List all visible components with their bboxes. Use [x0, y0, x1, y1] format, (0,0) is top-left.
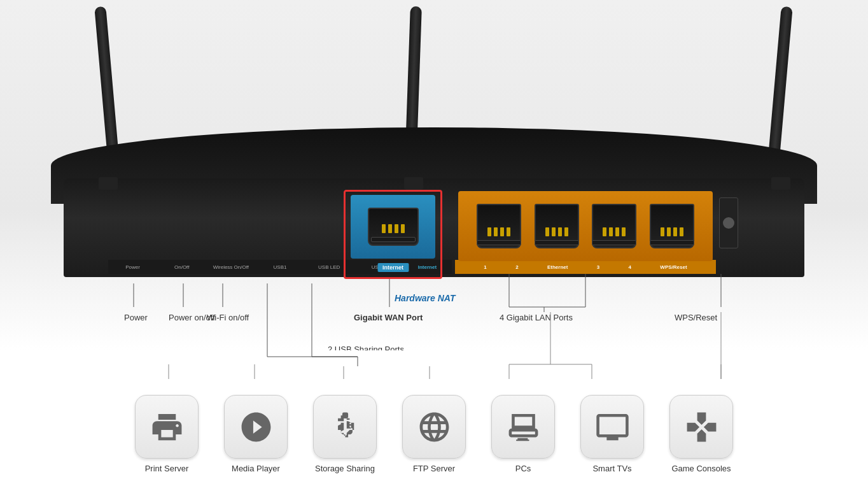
feature-game-consoles: Game Consoles [669, 395, 733, 473]
gamepad-icon [684, 410, 719, 445]
wps-btn-inner[interactable] [723, 217, 734, 229]
power-port-label: Power [108, 264, 157, 270]
callout-wan-port: Gigabit WAN Port [354, 312, 423, 324]
feature-media-player: Media Player [224, 395, 288, 473]
ftp-server-icon-box [402, 395, 466, 459]
usb1-port-label: USB1 [255, 264, 304, 270]
media-player-icon-box [224, 395, 288, 459]
lan-port-4 [650, 204, 694, 248]
tv-icon [595, 410, 630, 445]
smart-tvs-label: Smart TVs [592, 464, 631, 473]
svg-rect-24 [342, 412, 347, 418]
wifi-port-label: Wireless On/Off [206, 264, 255, 270]
internet-label: Internet [377, 263, 409, 272]
lan-port-2 [535, 204, 579, 248]
print-server-icon-box [135, 395, 199, 459]
ethernet-label: Ethernet [547, 264, 568, 270]
callout-wifi-onoff: Wi-Fi on/off [207, 312, 249, 324]
wan-rj45 [368, 208, 419, 246]
antenna-base-center [404, 177, 423, 190]
wan-port-highlight: Internet [344, 190, 442, 279]
usb-icon [328, 410, 363, 445]
callout-lan-ports: 4 Gigabit LAN Ports [500, 312, 573, 324]
features-row: Print Server Media Player Storage Sharin… [0, 395, 868, 473]
feature-smart-tvs: Smart TVs [580, 395, 644, 473]
print-server-label: Print Server [145, 464, 189, 473]
lan-port-3 [592, 204, 636, 248]
smart-tvs-icon-box [580, 395, 644, 459]
antenna-base-right [771, 177, 790, 190]
wps-label: WPS/Reset [660, 264, 687, 270]
media-player-label: Media Player [232, 464, 280, 473]
wan-port [351, 195, 435, 259]
lan1-label: 1 [484, 264, 486, 270]
lan3-label: 3 [597, 264, 599, 270]
lan-port-1 [477, 204, 521, 248]
globe-icon [417, 410, 452, 445]
game-consoles-label: Game Consoles [671, 464, 731, 473]
ftp-server-label: FTP Server [413, 464, 455, 473]
lan-label-strip: 1 2 Ethernet 3 4 WPS/Reset [455, 260, 716, 274]
game-consoles-icon-box [669, 395, 733, 459]
feature-ftp-server: FTP Server [402, 395, 466, 473]
callout-wps-reset: WPS/Reset [675, 312, 717, 324]
antenna-base-left [99, 177, 118, 190]
lan-ports [458, 191, 713, 261]
hardware-nat-label: Hardware NAT [395, 293, 455, 303]
play-icon [239, 410, 274, 445]
feature-storage-sharing: Storage Sharing [313, 395, 377, 473]
callout-power: Power [124, 312, 148, 324]
pcs-label: PCs [515, 464, 531, 473]
printer-icon [150, 410, 185, 445]
onoff-port-label: On/Off [157, 264, 206, 270]
callout-usb-ports: 2 USB Sharing Ports [328, 344, 404, 350]
storage-sharing-icon-box [313, 395, 377, 459]
feature-pcs: PCs [491, 395, 555, 473]
lan2-label: 2 [515, 264, 518, 270]
lan4-label: 4 [629, 264, 631, 270]
feature-print-server: Print Server [135, 395, 199, 473]
monitor-icon [506, 410, 541, 445]
router-image: Power On/Off Wireless On/Off USB1 USB LE… [0, 0, 868, 350]
storage-sharing-label: Storage Sharing [315, 464, 375, 473]
wps-reset-button[interactable] [719, 197, 738, 248]
pcs-icon-box [491, 395, 555, 459]
